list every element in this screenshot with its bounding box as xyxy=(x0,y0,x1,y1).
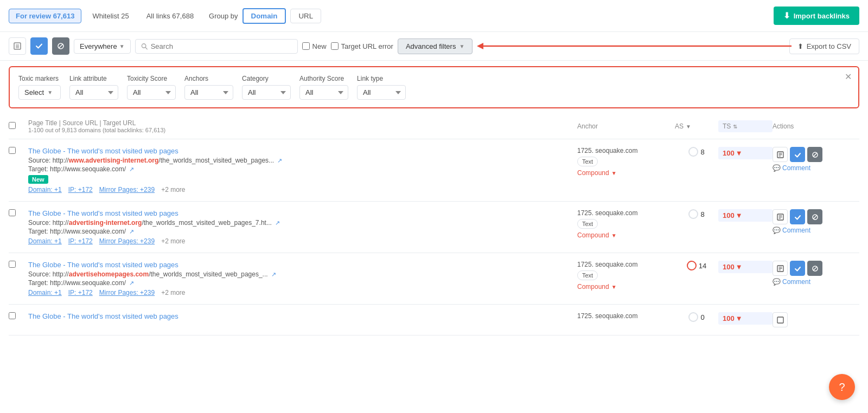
filter-bar-container: Everywhere ▼ New Target URL error Advanc… xyxy=(0,32,868,61)
block-icon-btn[interactable] xyxy=(807,261,822,276)
search-input[interactable] xyxy=(151,42,292,50)
row-checkbox[interactable] xyxy=(9,312,16,319)
filter-bar: Everywhere ▼ New Target URL error Advanc… xyxy=(0,32,868,61)
external-link-icon[interactable]: ↗ xyxy=(277,157,282,164)
row-ts-col: 100 ▼ xyxy=(718,312,773,325)
toxicity-score-select[interactable]: All xyxy=(127,85,176,100)
chevron-down-icon: ▼ xyxy=(611,170,617,176)
url-btn[interactable]: URL xyxy=(290,9,321,23)
link-attribute-select[interactable]: All xyxy=(69,85,118,100)
svg-line-5 xyxy=(59,44,63,48)
header-ts-col[interactable]: TS ⇅ xyxy=(718,120,773,132)
header-as-col[interactable]: AS ▼ xyxy=(675,122,718,130)
row-title-link[interactable]: The Globe - The world's most visited web… xyxy=(28,312,577,320)
action-buttons: 💬 Comment xyxy=(773,147,859,172)
page-icon-btn[interactable] xyxy=(773,312,788,327)
category-select[interactable]: All xyxy=(242,85,291,100)
anchors-select[interactable]: All xyxy=(184,85,233,100)
main-col-label: Page Title | Source URL | Target URL xyxy=(28,119,577,127)
target-url-error-checkbox-label[interactable]: Target URL error xyxy=(331,42,393,50)
check-icon-btn[interactable] xyxy=(790,261,805,276)
row-main-col: The Globe - The world's most visited web… xyxy=(28,312,577,322)
domain-btn[interactable]: Domain xyxy=(242,8,286,24)
ip-link[interactable]: IP: +172 xyxy=(68,237,93,245)
row-checkbox[interactable] xyxy=(9,261,16,268)
more-link[interactable]: +2 more xyxy=(161,237,185,245)
comment-btn[interactable]: 💬 Comment xyxy=(773,164,810,172)
toxic-markers-select[interactable]: Select ▼ xyxy=(18,85,61,100)
chevron-down-icon: ▼ xyxy=(119,43,125,49)
row-source: Source: http://advertising-internet.org/… xyxy=(28,219,577,227)
external-link-icon[interactable]: ↗ xyxy=(129,166,134,172)
export-icon-btn[interactable] xyxy=(9,37,26,55)
domain-link[interactable]: Domain: +1 xyxy=(28,186,62,193)
external-link-icon[interactable]: ↗ xyxy=(129,228,134,235)
ip-link[interactable]: IP: +172 xyxy=(68,186,93,193)
block-icon-btn[interactable] xyxy=(807,209,822,224)
check-icon-btn[interactable] xyxy=(790,209,805,224)
table-row: The Globe - The world's most visited web… xyxy=(9,139,859,202)
select-all-checkbox[interactable] xyxy=(9,122,16,129)
mirror-link[interactable]: Mirror Pages: +239 xyxy=(99,289,155,296)
domain-link[interactable]: Domain: +1 xyxy=(28,289,62,296)
target-url-error-checkbox[interactable] xyxy=(331,42,339,50)
more-link[interactable]: +2 more xyxy=(161,289,185,296)
external-link-icon[interactable]: ↗ xyxy=(129,280,134,286)
page-icon-btn[interactable] xyxy=(773,209,788,224)
chevron-down-icon: ▼ xyxy=(736,263,743,271)
compound-badge[interactable]: Compound ▼ xyxy=(577,169,617,177)
row-checkbox[interactable] xyxy=(9,209,16,216)
svg-line-21 xyxy=(813,215,817,219)
new-checkbox-label[interactable]: New xyxy=(302,42,327,50)
authority-score-select[interactable]: All xyxy=(299,85,348,100)
link-type-select[interactable]: All xyxy=(357,85,406,100)
row-checkbox[interactable] xyxy=(9,147,16,154)
compound-badge[interactable]: Compound ▼ xyxy=(577,283,617,291)
row-title-link[interactable]: The Globe - The world's most visited web… xyxy=(28,209,577,217)
anchor-col-label: Anchor xyxy=(577,122,675,130)
comment-btn[interactable]: 💬 Comment xyxy=(773,227,810,234)
comment-btn[interactable]: 💬 Comment xyxy=(773,278,810,286)
page-icon-btn[interactable] xyxy=(773,261,788,276)
external-link-icon[interactable]: ↗ xyxy=(275,220,280,226)
check-icon-btn[interactable] xyxy=(790,147,805,162)
new-checkbox[interactable] xyxy=(302,42,310,50)
row-links: Domain: +1 IP: +172 Mirror Pages: +239 +… xyxy=(28,289,577,296)
tab-for-review[interactable]: For review 67,613 xyxy=(9,9,81,23)
domain-link[interactable]: Domain: +1 xyxy=(28,237,62,245)
as-number: 0 xyxy=(700,313,704,321)
more-link[interactable]: +2 more xyxy=(161,186,185,193)
row-main-col: The Globe - The world's most visited web… xyxy=(28,147,577,193)
close-panel-btn[interactable]: ✕ xyxy=(845,72,852,82)
block-icon-btn[interactable] xyxy=(807,147,822,162)
location-select[interactable]: Everywhere ▼ xyxy=(74,39,131,54)
mirror-link[interactable]: Mirror Pages: +239 xyxy=(99,237,155,245)
tab-all-links[interactable]: All links 67,688 xyxy=(140,9,200,23)
floating-action-btn[interactable]: ? xyxy=(829,374,855,400)
result-count: 1-100 out of 9,813 domains (total backli… xyxy=(28,127,577,133)
mirror-link[interactable]: Mirror Pages: +239 xyxy=(99,186,155,193)
telegram-icon-btn[interactable] xyxy=(30,37,48,55)
row-anchor-col: 1725. seoquake.com Text Compound ▼ xyxy=(577,147,675,177)
authority-score-group: Authority Score All xyxy=(299,75,348,100)
external-link-icon[interactable]: ↗ xyxy=(271,271,276,278)
import-backlinks-btn[interactable]: ⬇ Import backlinks xyxy=(774,7,859,25)
row-source: Source: http://www.advertising-internet.… xyxy=(28,157,577,164)
ip-link[interactable]: IP: +172 xyxy=(68,289,93,296)
circle-icon xyxy=(688,209,698,219)
row-actions-col: 💬 Comment xyxy=(773,209,859,234)
row-title-link[interactable]: The Globe - The world's most visited web… xyxy=(28,147,577,155)
block-icon-btn[interactable] xyxy=(52,37,69,55)
tab-whitelist[interactable]: Whitelist 25 xyxy=(86,9,135,23)
sort-icon: ▼ xyxy=(686,124,691,130)
row-actions-col: 💬 Comment xyxy=(773,261,859,286)
compound-badge[interactable]: Compound ▼ xyxy=(577,231,617,239)
toxicity-score-group: Toxicity Score All xyxy=(127,75,176,100)
row-title-link[interactable]: The Globe - The world's most visited web… xyxy=(28,261,577,269)
chevron-down-icon: ▼ xyxy=(611,284,617,290)
advanced-filters-btn[interactable]: Advanced filters ▼ xyxy=(398,38,473,54)
page-icon-btn[interactable] xyxy=(773,147,788,162)
svg-marker-9 xyxy=(477,43,483,49)
circle-icon xyxy=(688,312,698,322)
row-links: Domain: +1 IP: +172 Mirror Pages: +239 +… xyxy=(28,186,577,193)
